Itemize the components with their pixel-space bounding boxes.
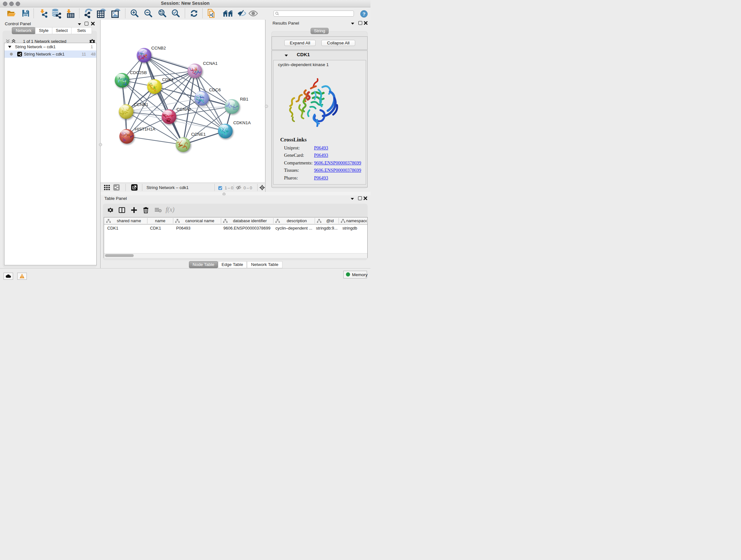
svg-text:CCNE1: CCNE1	[191, 132, 206, 137]
svg-text:CDC6: CDC6	[209, 87, 221, 92]
svg-text:CCNA1: CCNA1	[203, 61, 218, 66]
svg-text:CCNA2: CCNA2	[177, 107, 191, 112]
svg-text:CDKN1A: CDKN1A	[233, 120, 251, 125]
svg-text:RB1: RB1	[240, 97, 248, 102]
svg-text:CDK1: CDK1	[162, 77, 174, 82]
svg-text:HIST1H1A: HIST1H1A	[135, 127, 155, 132]
svg-text:CCNB2: CCNB2	[151, 46, 166, 51]
svg-text:CCNB1: CCNB1	[134, 102, 148, 107]
svg-text:CDC25B: CDC25B	[130, 70, 147, 75]
